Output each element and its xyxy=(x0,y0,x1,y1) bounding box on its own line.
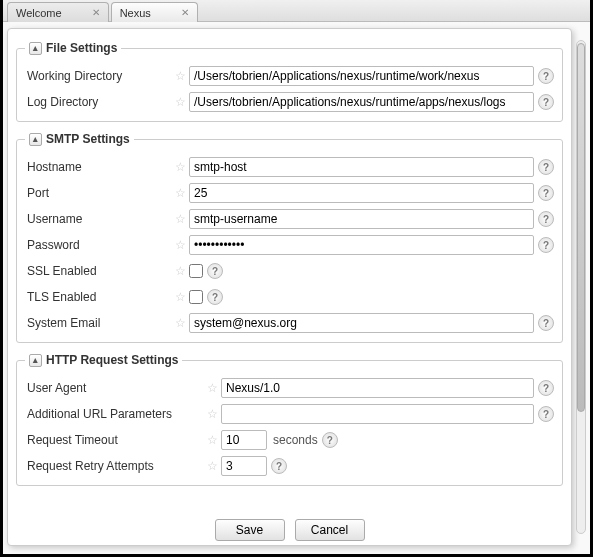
star-icon: ☆ xyxy=(173,264,187,278)
footer-buttons: Save Cancel xyxy=(8,519,571,541)
star-icon: ☆ xyxy=(173,160,187,174)
port-input[interactable] xyxy=(189,183,534,203)
file-settings-group: ▴ File Settings Working Directory ☆ ? Lo… xyxy=(16,41,563,122)
save-button[interactable]: Save xyxy=(215,519,285,541)
request-retry-input[interactable] xyxy=(221,456,267,476)
password-label: Password xyxy=(25,238,173,252)
close-icon[interactable]: ✕ xyxy=(92,7,100,18)
http-settings-legend: HTTP Request Settings xyxy=(46,353,178,367)
help-icon[interactable]: ? xyxy=(538,380,554,396)
user-agent-input[interactable] xyxy=(221,378,534,398)
tls-enabled-checkbox[interactable] xyxy=(189,290,203,304)
working-directory-input[interactable] xyxy=(189,66,534,86)
collapse-icon[interactable]: ▴ xyxy=(29,354,42,367)
tab-welcome-label: Welcome xyxy=(16,7,62,19)
file-settings-legend: File Settings xyxy=(46,41,117,55)
help-icon[interactable]: ? xyxy=(322,432,338,448)
help-icon[interactable]: ? xyxy=(207,289,223,305)
tab-nexus[interactable]: Nexus ✕ xyxy=(111,2,198,22)
request-retry-label: Request Retry Attempts xyxy=(25,459,205,473)
addl-url-params-label: Additional URL Parameters xyxy=(25,407,205,421)
help-icon[interactable]: ? xyxy=(538,159,554,175)
ssl-enabled-checkbox[interactable] xyxy=(189,264,203,278)
hostname-input[interactable] xyxy=(189,157,534,177)
help-icon[interactable]: ? xyxy=(538,315,554,331)
star-icon: ☆ xyxy=(205,433,219,447)
star-icon: ☆ xyxy=(205,459,219,473)
help-icon[interactable]: ? xyxy=(538,237,554,253)
tab-nexus-label: Nexus xyxy=(120,7,151,19)
user-agent-label: User Agent xyxy=(25,381,205,395)
smtp-settings-group: ▴ SMTP Settings Hostname ☆ ? Port ☆ ? Us… xyxy=(16,132,563,343)
help-icon[interactable]: ? xyxy=(538,94,554,110)
star-icon: ☆ xyxy=(173,238,187,252)
help-icon[interactable]: ? xyxy=(538,406,554,422)
http-settings-group: ▴ HTTP Request Settings User Agent ☆ ? A… xyxy=(16,353,563,486)
star-icon: ☆ xyxy=(205,381,219,395)
tls-enabled-label: TLS Enabled xyxy=(25,290,173,304)
password-input[interactable] xyxy=(189,235,534,255)
star-icon: ☆ xyxy=(173,95,187,109)
ssl-enabled-label: SSL Enabled xyxy=(25,264,173,278)
request-timeout-input[interactable] xyxy=(221,430,267,450)
log-directory-label: Log Directory xyxy=(25,95,173,109)
settings-panel: ▴ File Settings Working Directory ☆ ? Lo… xyxy=(7,28,572,546)
close-icon[interactable]: ✕ xyxy=(181,7,189,18)
cancel-button[interactable]: Cancel xyxy=(295,519,365,541)
username-input[interactable] xyxy=(189,209,534,229)
star-icon: ☆ xyxy=(173,212,187,226)
collapse-icon[interactable]: ▴ xyxy=(29,42,42,55)
star-icon: ☆ xyxy=(173,186,187,200)
star-icon: ☆ xyxy=(173,69,187,83)
request-timeout-label: Request Timeout xyxy=(25,433,205,447)
help-icon[interactable]: ? xyxy=(207,263,223,279)
help-icon[interactable]: ? xyxy=(538,211,554,227)
star-icon: ☆ xyxy=(173,316,187,330)
star-icon: ☆ xyxy=(205,407,219,421)
port-label: Port xyxy=(25,186,173,200)
tab-bar: Welcome ✕ Nexus ✕ xyxy=(3,0,590,22)
addl-url-params-input[interactable] xyxy=(221,404,534,424)
tab-welcome[interactable]: Welcome ✕ xyxy=(7,2,109,22)
system-email-input[interactable] xyxy=(189,313,534,333)
system-email-label: System Email xyxy=(25,316,173,330)
timeout-suffix: seconds xyxy=(273,433,318,447)
log-directory-input[interactable] xyxy=(189,92,534,112)
help-icon[interactable]: ? xyxy=(271,458,287,474)
smtp-settings-legend: SMTP Settings xyxy=(46,132,130,146)
collapse-icon[interactable]: ▴ xyxy=(29,133,42,146)
scrollbar[interactable] xyxy=(576,40,586,534)
star-icon: ☆ xyxy=(173,290,187,304)
username-label: Username xyxy=(25,212,173,226)
help-icon[interactable]: ? xyxy=(538,68,554,84)
working-directory-label: Working Directory xyxy=(25,69,173,83)
help-icon[interactable]: ? xyxy=(538,185,554,201)
hostname-label: Hostname xyxy=(25,160,173,174)
scrollbar-thumb[interactable] xyxy=(577,43,585,412)
